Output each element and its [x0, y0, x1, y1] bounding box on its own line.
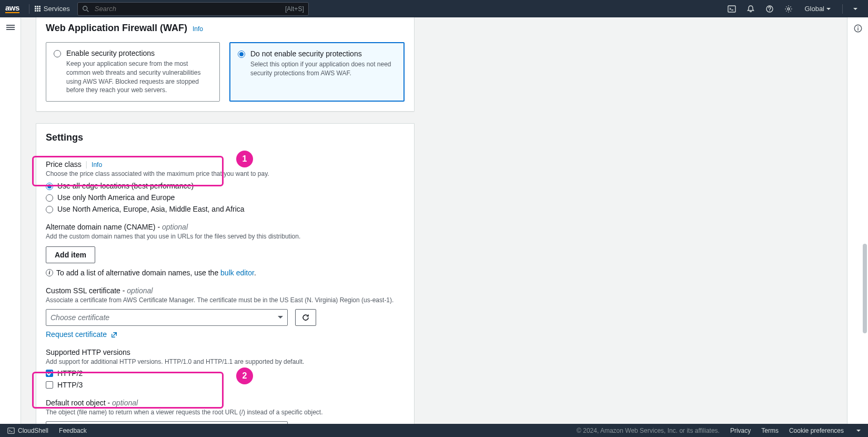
- search-icon: [82, 5, 89, 13]
- waf-panel: Web Application Firewall (WAF) Info Enab…: [36, 17, 415, 112]
- search-input[interactable]: [94, 4, 281, 13]
- privacy-link[interactable]: Privacy: [730, 427, 751, 434]
- price-class-opt-all[interactable]: Use all edge locations (best performance…: [46, 182, 405, 190]
- refresh-button[interactable]: [295, 309, 316, 326]
- http3-checkbox[interactable]: HTTP/3: [46, 381, 405, 389]
- ssl-label: Custom SSL certificate -: [46, 286, 127, 295]
- info-icon: i: [46, 269, 53, 276]
- refresh-icon: [301, 313, 310, 322]
- terms-link[interactable]: Terms: [761, 427, 779, 434]
- account-menu[interactable]: [848, 0, 863, 17]
- nav-divider: [842, 4, 843, 14]
- caret-down-icon: [826, 8, 831, 10]
- http3-label: HTTP/3: [57, 381, 83, 389]
- left-rail: [0, 17, 21, 424]
- cloudshell-link[interactable]: CloudShell: [7, 427, 48, 434]
- waf-disable-title: Do not enable security protections: [250, 49, 396, 58]
- cname-desc: Add the custom domain names that you use…: [46, 232, 405, 241]
- nav-right: Global: [722, 0, 863, 17]
- price-class-label: Price class: [46, 160, 82, 168]
- waf-info-link[interactable]: Info: [193, 25, 203, 33]
- region-selector[interactable]: Global: [798, 5, 837, 13]
- cloudshell-label: CloudShell: [18, 427, 48, 434]
- waf-enable-desc: Keep your application secure from the mo…: [66, 59, 212, 95]
- waf-title: Web Application Firewall (WAF): [46, 23, 187, 34]
- settings-icon[interactable]: [779, 0, 798, 17]
- settings-title: Settings: [46, 132, 83, 143]
- waf-enable-title: Enable security protections: [66, 49, 212, 57]
- feedback-link[interactable]: Feedback: [59, 427, 87, 434]
- svg-point-4: [788, 8, 790, 10]
- app-shell: Web Application Firewall (WAF) Info Enab…: [0, 17, 868, 424]
- add-item-button[interactable]: Add item: [46, 246, 95, 263]
- feedback-label: Feedback: [59, 427, 87, 434]
- ssl-field: Custom SSL certificate - optional Associ…: [46, 286, 405, 339]
- settings-panel: Settings 1 Price class | Info Choose the…: [36, 123, 415, 424]
- cname-note-post: .: [254, 269, 256, 277]
- http-desc: Add support for additional HTTP versions…: [46, 357, 405, 366]
- http-field: Supported HTTP versions Add support for …: [46, 348, 405, 390]
- services-menu[interactable]: Services: [35, 5, 70, 13]
- top-nav: aws Services [Alt+S] Global: [0, 0, 868, 17]
- price-class-opt-multi-label: Use North America, Europe, Asia, Middle …: [57, 205, 245, 213]
- price-class-opt-multi[interactable]: Use North America, Europe, Asia, Middle …: [46, 205, 405, 213]
- cname-optional: optional: [162, 223, 188, 231]
- root-desc: The object (file name) to return when a …: [46, 408, 405, 417]
- external-icon: [111, 332, 117, 338]
- price-class-info[interactable]: Info: [92, 161, 102, 168]
- scrollbar[interactable]: [861, 17, 868, 424]
- http2-label: HTTP/2: [57, 369, 83, 378]
- caret-down-icon: [278, 316, 283, 319]
- http2-checkbox[interactable]: HTTP/2: [46, 369, 405, 378]
- svg-rect-2: [728, 6, 735, 12]
- price-class-opt-all-label: Use all edge locations (best performance…: [57, 182, 194, 190]
- help-icon[interactable]: [760, 0, 779, 17]
- radio-icon: [46, 183, 53, 190]
- waf-disable-desc: Select this option if your application d…: [250, 60, 396, 78]
- nav-divider: [29, 4, 29, 14]
- waf-enable-option[interactable]: Enable security protections Keep your ap…: [46, 42, 220, 102]
- price-class-opt-na-eu-label: Use only North America and Europe: [57, 193, 175, 202]
- region-label: Global: [804, 5, 824, 13]
- waf-header: Web Application Firewall (WAF) Info: [36, 17, 414, 37]
- cloudshell-icon: [7, 427, 15, 434]
- price-class-opt-na-eu[interactable]: Use only North America and Europe: [46, 193, 405, 202]
- content-scroll[interactable]: Web Application Firewall (WAF) Info Enab…: [21, 17, 847, 424]
- caret-down-icon: [853, 8, 857, 10]
- ssl-cert-select[interactable]: Choose certificate: [46, 309, 288, 326]
- request-cert-link[interactable]: Request certificate: [46, 330, 117, 339]
- ssl-desc: Associate a certificate from AWS Certifi…: [46, 296, 405, 305]
- ssl-optional: optional: [127, 286, 153, 295]
- footer: CloudShell Feedback © 2024, Amazon Web S…: [0, 424, 868, 437]
- cname-note-pre: To add a list of alternative domain name…: [56, 269, 220, 277]
- svg-point-6: [857, 26, 859, 27]
- search-box[interactable]: [Alt+S]: [77, 2, 309, 16]
- radio-icon: [238, 51, 245, 58]
- waf-disable-option[interactable]: Do not enable security protections Selec…: [229, 42, 405, 102]
- cookie-link[interactable]: Cookie preferences: [789, 427, 844, 434]
- copyright: © 2024, Amazon Web Services, Inc. or its…: [577, 427, 720, 434]
- cloudshell-icon[interactable]: [722, 0, 741, 17]
- svg-line-1: [87, 10, 88, 12]
- svg-rect-8: [8, 428, 14, 433]
- root-object-field: Default root object - optional The objec…: [46, 399, 405, 424]
- radio-icon: [54, 50, 61, 57]
- aws-logo[interactable]: aws: [5, 4, 19, 13]
- scrollbar-thumb[interactable]: [863, 244, 867, 333]
- ssl-cert-placeholder: Choose certificate: [51, 313, 109, 322]
- cname-note: i To add a list of alternative domain na…: [46, 269, 405, 277]
- notifications-icon[interactable]: [741, 0, 760, 17]
- menu-toggle[interactable]: [6, 24, 15, 31]
- checkbox-icon: [46, 370, 53, 377]
- content: Web Application Firewall (WAF) Info Enab…: [36, 17, 415, 424]
- checkbox-icon: [46, 381, 53, 389]
- bulk-editor-link[interactable]: bulk editor: [220, 269, 254, 277]
- cname-field: Alternate domain name (CNAME) - optional…: [46, 223, 405, 277]
- svg-point-0: [83, 6, 87, 10]
- radio-icon: [46, 194, 53, 202]
- svg-rect-7: [857, 28, 858, 31]
- waf-options: Enable security protections Keep your ap…: [46, 42, 405, 102]
- services-label: Services: [44, 5, 70, 13]
- root-label: Default root object -: [46, 399, 112, 407]
- radio-icon: [46, 206, 53, 213]
